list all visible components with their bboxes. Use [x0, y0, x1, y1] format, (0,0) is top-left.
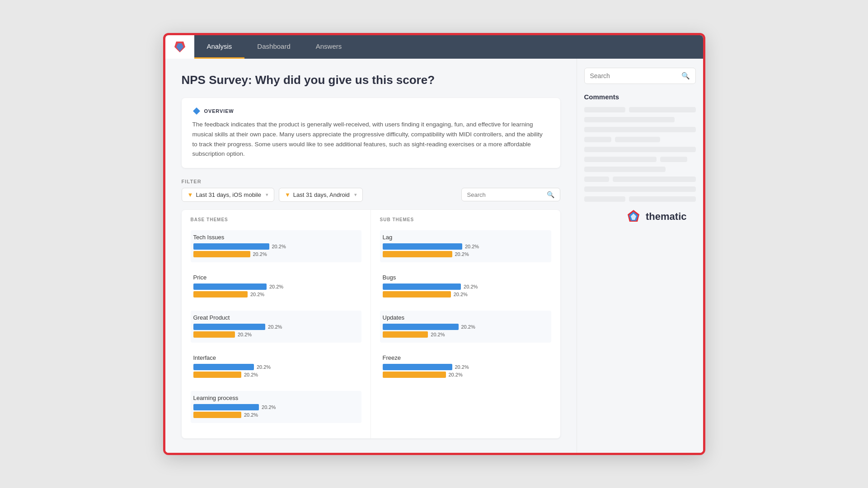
main-layout: NPS Survey: Why did you give us this sco… [165, 59, 703, 452]
base-theme-row[interactable]: Tech Issues 20.2% 20.2% [191, 230, 361, 262]
bar-row-blue: 20.2% [193, 404, 359, 410]
skel-block [584, 186, 696, 192]
bar-orange [193, 251, 250, 257]
filter-android-btn[interactable]: ▼ Last 31 days, Android ▾ [279, 188, 363, 202]
sub-theme-row[interactable]: Freeze 20.2% 20.2% [380, 351, 551, 383]
bar-row-orange: 20.2% [383, 331, 549, 338]
skel-block [584, 147, 696, 152]
bar-row-orange: 20.2% [193, 251, 359, 257]
skel-block [584, 167, 666, 172]
base-themes-col: Base Themes Tech Issues 20.2% 20.2% Pric… [182, 210, 371, 438]
skel-row-3 [584, 127, 696, 132]
nav-tabs: Analysis Dashboard Answers [194, 35, 355, 59]
bar-value-blue: 20.2% [461, 324, 475, 330]
theme-label: Price [193, 274, 359, 281]
diamond-icon [192, 107, 201, 115]
skel-row-7 [584, 167, 696, 172]
bar-value-orange: 20.2% [454, 292, 468, 297]
bar-orange [193, 291, 248, 297]
bar-value-blue: 20.2% [465, 244, 479, 249]
bar-value-orange: 20.2% [455, 251, 469, 257]
bar-value-blue: 20.2% [262, 404, 276, 410]
bar-row-blue: 20.2% [383, 284, 549, 290]
theme-label: Learning process [193, 395, 359, 401]
sub-themes-col: Sub Themes Lag 20.2% 20.2% Bugs 20.2% 20… [371, 210, 560, 438]
sidebar-skeleton [584, 107, 696, 202]
skel-row-2 [584, 117, 696, 122]
skel-row-4 [584, 137, 696, 142]
skel-row-9 [584, 186, 696, 192]
bar-orange [383, 291, 451, 297]
base-theme-row[interactable]: Price 20.2% 20.2% [191, 270, 361, 302]
bar-orange [383, 251, 452, 257]
skel-row-10 [584, 196, 696, 202]
bar-value-blue: 20.2% [268, 324, 282, 330]
bar-row-blue: 20.2% [383, 324, 549, 330]
sub-theme-row[interactable]: Lag 20.2% 20.2% [380, 230, 551, 262]
filter-android-label: Last 31 days, Android [293, 191, 350, 198]
sub-theme-row[interactable]: Updates 20.2% 20.2% [380, 311, 551, 343]
theme-search-input[interactable] [467, 191, 543, 198]
bar-row-blue: 20.2% [383, 243, 549, 250]
theme-label: Lag [383, 234, 549, 241]
content-area: NPS Survey: Why did you give us this sco… [165, 59, 577, 452]
bar-row-blue: 20.2% [193, 243, 359, 250]
bar-row-orange: 20.2% [193, 291, 359, 297]
base-theme-row[interactable]: Great Product 20.2% 20.2% [191, 311, 361, 343]
sidebar-search-input[interactable] [590, 72, 681, 79]
sidebar-search-icon: 🔍 [681, 72, 690, 80]
bar-row-orange: 20.2% [383, 372, 549, 378]
skel-block [584, 177, 609, 182]
thematic-logo-icon [626, 209, 641, 224]
theme-search-bar[interactable]: 🔍 [461, 188, 560, 201]
themes-grid: Base Themes Tech Issues 20.2% 20.2% Pric… [182, 210, 560, 438]
bar-row-blue: 20.2% [193, 364, 359, 370]
skel-block [584, 107, 626, 112]
search-icon: 🔍 [547, 191, 554, 198]
filter-icon-2: ▼ [285, 191, 291, 198]
overview-text: The feedback indicates that the product … [192, 120, 549, 158]
logo-icon [173, 40, 187, 54]
filter-ios-label: Last 31 days, iOS mobile [196, 191, 261, 198]
overview-card: Overview The feedback indicates that the… [182, 98, 560, 167]
theme-label: Interface [193, 354, 359, 361]
browser-frame: Analysis Dashboard Answers NPS Survey: W… [163, 33, 705, 455]
base-theme-row[interactable]: Learning process 20.2% 20.2% [191, 391, 361, 423]
base-themes-list: Tech Issues 20.2% 20.2% Price 20.2% 20.2… [191, 230, 361, 423]
bar-row-blue: 20.2% [193, 284, 359, 290]
bar-row-orange: 20.2% [193, 372, 359, 378]
sub-theme-row[interactable]: Bugs 20.2% 20.2% [380, 270, 551, 302]
chevron-down-icon-2: ▾ [354, 192, 357, 198]
skel-block [613, 177, 696, 182]
overview-label: Overview [204, 108, 234, 114]
tab-answers[interactable]: Answers [303, 35, 355, 59]
filter-icon-1: ▼ [188, 191, 193, 198]
bar-blue [193, 404, 259, 410]
sidebar-search-bar[interactable]: 🔍 [584, 68, 696, 84]
bar-blue [193, 364, 254, 370]
skel-block [629, 196, 695, 202]
bar-blue [383, 364, 452, 370]
filter-label: Filter [182, 179, 560, 184]
skel-block [584, 196, 626, 202]
bar-orange [193, 331, 235, 338]
bar-blue [383, 243, 462, 250]
tab-dashboard[interactable]: Dashboard [244, 35, 303, 59]
bar-row-blue: 20.2% [193, 324, 359, 330]
nav-logo [165, 35, 194, 59]
bar-row-orange: 20.2% [383, 291, 549, 297]
base-theme-row[interactable]: Interface 20.2% 20.2% [191, 351, 361, 383]
bar-value-orange: 20.2% [244, 372, 258, 377]
bar-value-orange: 20.2% [238, 332, 252, 337]
sub-themes-header: Sub Themes [380, 217, 551, 225]
theme-label: Great Product [193, 314, 359, 321]
bar-blue [193, 243, 269, 250]
sidebar-comments-title: Comments [584, 93, 696, 101]
bar-value-orange: 20.2% [431, 332, 445, 337]
bar-value-blue: 20.2% [464, 284, 478, 289]
filter-ios-btn[interactable]: ▼ Last 31 days, iOS mobile ▾ [182, 188, 274, 202]
tab-analysis[interactable]: Analysis [194, 35, 245, 59]
bar-value-orange: 20.2% [250, 292, 264, 297]
thematic-logo-text: thematic [646, 211, 686, 223]
bar-orange [383, 331, 428, 338]
